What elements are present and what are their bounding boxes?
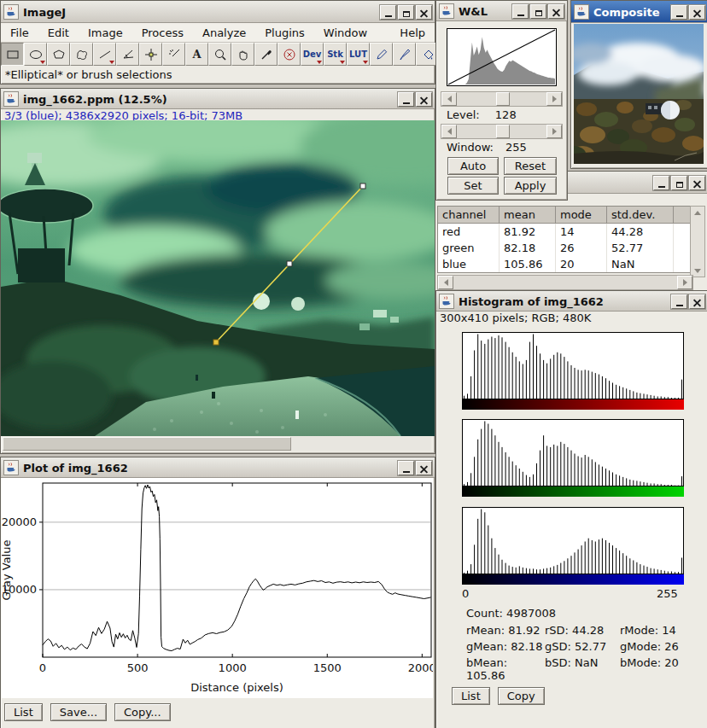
red-gradient-bar xyxy=(462,399,684,410)
horizontal-scrollbar[interactable] xyxy=(437,275,693,290)
save-button[interactable]: Save... xyxy=(50,703,107,721)
level-slider[interactable] xyxy=(441,91,563,107)
slider-left-button[interactable] xyxy=(441,125,457,138)
slider-thumb[interactable] xyxy=(496,92,510,106)
auto-button[interactable]: Auto xyxy=(447,157,499,175)
composite-titlebar: Composite xyxy=(571,1,707,23)
apply-button[interactable]: Apply xyxy=(504,177,557,195)
menu-help[interactable]: Help xyxy=(390,25,435,41)
list-button[interactable]: List xyxy=(4,703,43,721)
tool-point-button[interactable] xyxy=(139,43,162,66)
table-row[interactable]: blue 105.86 20 NaN xyxy=(438,256,692,272)
menu-window[interactable]: Window xyxy=(314,25,377,41)
tool-dev-button[interactable]: Dev xyxy=(301,43,324,66)
arrow-right-icon xyxy=(683,279,687,286)
maximize-button[interactable] xyxy=(530,4,546,19)
tool-pencil-button[interactable] xyxy=(370,43,393,66)
menu-image[interactable]: Image xyxy=(79,25,132,41)
copy-button[interactable]: Copy... xyxy=(114,703,171,721)
composite-canvas[interactable] xyxy=(574,24,704,164)
window-title: img_1662.ppm (12.5%) xyxy=(23,93,167,106)
selection-handle-mid[interactable] xyxy=(287,261,292,266)
tool-dropper-button[interactable] xyxy=(254,43,278,66)
close-button[interactable] xyxy=(689,5,705,20)
tool-rectangle-button[interactable] xyxy=(1,43,24,66)
cell-channel: red xyxy=(438,224,500,240)
tool-angle-button[interactable] xyxy=(116,43,139,66)
rmean-label: rMean: 81.92 xyxy=(466,624,545,637)
tool-brush-button[interactable] xyxy=(393,43,416,66)
slider-right-button[interactable] xyxy=(546,92,562,106)
cross-circle-icon xyxy=(282,47,297,62)
scrollbar-thumb[interactable] xyxy=(3,437,291,451)
minimize-button[interactable] xyxy=(380,5,396,20)
tool-hand-button[interactable] xyxy=(231,43,254,66)
tool-stk-button[interactable]: Stk xyxy=(324,43,347,66)
close-button[interactable] xyxy=(416,5,432,20)
scroll-left-button[interactable] xyxy=(438,276,453,289)
slider-track[interactable] xyxy=(457,125,546,138)
scroll-up-button[interactable] xyxy=(691,207,704,218)
selection-handle-start[interactable] xyxy=(213,340,219,345)
java-cup-icon xyxy=(4,6,16,18)
window-title: Composite xyxy=(593,6,659,19)
close-button[interactable] xyxy=(416,92,432,107)
svg-text:1500: 1500 xyxy=(313,661,342,674)
tool-line-button[interactable] xyxy=(93,43,116,66)
table-row[interactable]: red 81.92 14 44.28 xyxy=(438,224,692,240)
reset-button[interactable]: Reset xyxy=(504,157,557,175)
selection-handle-end[interactable] xyxy=(360,183,365,189)
slider-left-button[interactable] xyxy=(441,92,457,106)
tool-oval-button[interactable] xyxy=(24,43,47,66)
tool-wand-button[interactable] xyxy=(162,43,185,66)
tool-freehand-button[interactable] xyxy=(70,43,93,66)
list-button[interactable]: List xyxy=(452,687,490,705)
set-button[interactable]: Set xyxy=(447,177,499,195)
arrow-right-icon xyxy=(552,96,557,102)
arrow-left-icon xyxy=(447,128,452,135)
minimize-icon xyxy=(403,99,410,104)
slider-thumb[interactable] xyxy=(496,125,510,138)
close-button[interactable] xyxy=(548,4,564,19)
dome xyxy=(291,297,305,311)
minimize-icon xyxy=(403,468,410,473)
svg-text:1000: 1000 xyxy=(219,661,247,674)
menu-process[interactable]: Process xyxy=(132,25,193,41)
maximize-button[interactable] xyxy=(398,5,414,20)
slider-right-button[interactable] xyxy=(546,125,562,138)
table-row[interactable]: green 82.18 26 52.77 xyxy=(438,240,692,256)
vertical-scrollbar[interactable] xyxy=(690,206,705,277)
tool-polygon-button[interactable] xyxy=(47,43,70,66)
minimize-button[interactable] xyxy=(512,4,529,19)
tool-crossout-button[interactable] xyxy=(278,43,301,66)
image-hscrollbar[interactable] xyxy=(3,437,431,451)
menu-plugins[interactable]: Plugins xyxy=(255,25,314,41)
pencil-icon xyxy=(374,47,389,62)
close-button[interactable] xyxy=(689,176,705,190)
scrollbar-track[interactable] xyxy=(453,276,677,289)
arrow-left-icon xyxy=(444,279,448,286)
maximize-button[interactable] xyxy=(671,176,687,190)
minimize-button[interactable] xyxy=(653,176,669,190)
tool-text-button[interactable]: A xyxy=(185,43,208,66)
menu-file[interactable]: File xyxy=(1,25,38,41)
menu-analyze[interactable]: Analyze xyxy=(193,25,255,41)
minimize-button[interactable] xyxy=(398,461,414,475)
tool-zoom-button[interactable] xyxy=(208,43,231,66)
image-canvas[interactable] xyxy=(1,120,435,436)
table-header-row: channel mean mode std.dev. xyxy=(438,207,692,224)
polygon-icon xyxy=(51,47,67,62)
copy-button[interactable]: Copy xyxy=(498,687,545,705)
blue-gradient-bar xyxy=(462,574,684,585)
minimize-button[interactable] xyxy=(398,92,414,107)
scroll-right-button[interactable] xyxy=(677,276,692,289)
close-button[interactable] xyxy=(416,461,432,475)
tool-lut-button[interactable]: LUT xyxy=(347,43,370,66)
window-slider[interactable] xyxy=(441,124,563,139)
minimize-button[interactable] xyxy=(671,5,687,20)
menu-edit[interactable]: Edit xyxy=(38,25,79,41)
minimize-button[interactable] xyxy=(671,294,687,309)
slider-track[interactable] xyxy=(457,92,546,106)
close-button[interactable] xyxy=(689,294,705,309)
image-window-titlebar: img_1662.ppm (12.5%) xyxy=(1,89,435,109)
